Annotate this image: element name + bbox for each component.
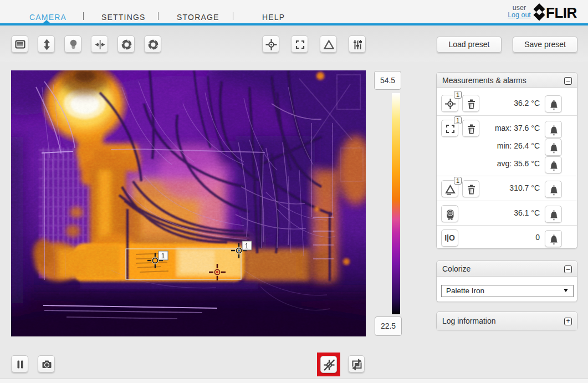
svg-text:1: 1 <box>245 242 249 250</box>
svg-text:FLIR: FLIR <box>546 4 577 21</box>
svg-text:1: 1 <box>161 252 165 260</box>
